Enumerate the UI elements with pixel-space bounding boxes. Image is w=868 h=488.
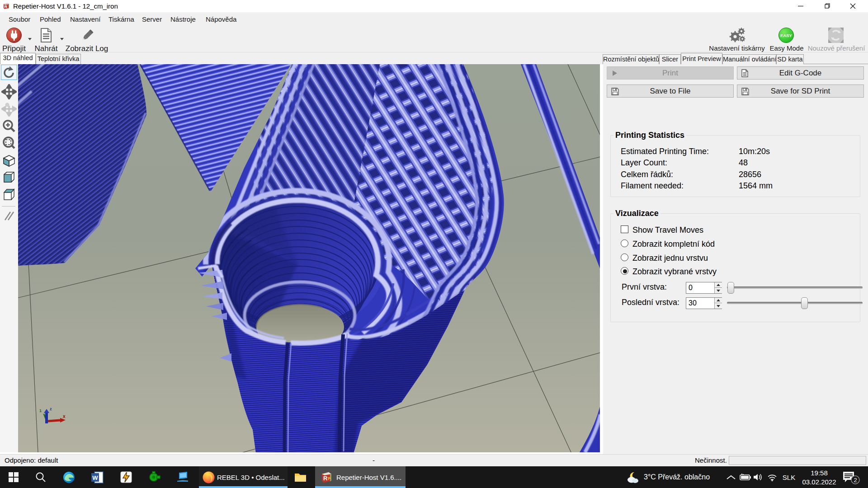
svg-text:R: R (5, 5, 8, 9)
svg-text:P: P (328, 476, 330, 481)
svg-text:2: 2 (854, 477, 857, 483)
svg-text:x: x (63, 414, 66, 419)
svg-text:EASY: EASY (780, 33, 793, 38)
svg-text:z: z (50, 407, 52, 411)
svg-text:1: 1 (39, 408, 42, 413)
svg-text:R: R (323, 475, 328, 482)
svg-text:W: W (92, 474, 98, 481)
